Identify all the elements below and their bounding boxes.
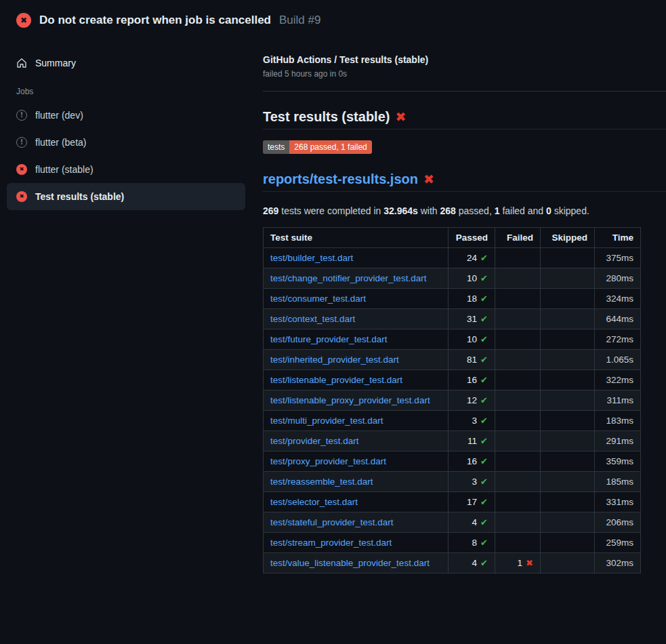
failed-cell: [495, 411, 541, 431]
col-header-test-suite: Test suite: [264, 228, 449, 248]
time-cell: 1.065s: [595, 350, 641, 370]
skipped-cell: [541, 390, 595, 411]
skipped-cell: [541, 309, 595, 329]
check-icon: ✔: [480, 416, 488, 426]
suite-link[interactable]: test/value_listenable_provider_test.dart: [270, 558, 430, 568]
results-table: Test suite Passed Failed Skipped Time te…: [263, 227, 641, 573]
failed-cell: [495, 268, 541, 289]
failed-cell: [495, 248, 541, 268]
table-row: test/listenable_provider_test.dart 16✔ 3…: [264, 370, 641, 390]
suite-link[interactable]: test/multi_provider_test.dart: [270, 416, 383, 426]
time-cell: 272ms: [595, 329, 641, 350]
suite-link[interactable]: test/inherited_provider_test.dart: [270, 355, 399, 365]
summary-line: 269 tests were completed in 32.964s with…: [263, 205, 666, 216]
passed-cell: 31✔: [449, 309, 495, 329]
check-icon: ✔: [480, 497, 488, 507]
skipped-cell: [541, 451, 595, 472]
home-icon: [16, 58, 27, 68]
passed-cell: 10✔: [449, 268, 495, 289]
time-cell: 331ms: [595, 492, 641, 512]
skipped-cell: [541, 411, 595, 431]
tests-badge: tests 268 passed, 1 failed: [263, 140, 372, 154]
suite-link[interactable]: test/listenable_proxy_provider_test.dart: [270, 395, 430, 405]
section-title: Test results (stable)✖: [263, 109, 666, 129]
check-icon: ✔: [480, 517, 488, 527]
check-icon: ✔: [480, 273, 488, 283]
time-cell: 375ms: [595, 248, 641, 268]
check-icon: ✔: [480, 294, 488, 304]
suite-cell: test/inherited_provider_test.dart: [264, 350, 449, 370]
passed-cell: 17✔: [449, 492, 495, 512]
suite-link[interactable]: test/stream_provider_test.dart: [270, 538, 392, 548]
skipped-cell: [541, 492, 595, 512]
failed-cell: [495, 512, 541, 533]
check-icon: ✔: [480, 395, 488, 405]
suite-cell: test/proxy_provider_test.dart: [264, 451, 449, 472]
cross-icon: ✖: [526, 558, 533, 568]
time-cell: 302ms: [595, 553, 641, 573]
failed-cell: [495, 309, 541, 329]
job-label: Test results (stable): [35, 191, 124, 202]
suite-link[interactable]: test/consumer_test.dart: [270, 294, 366, 304]
suite-cell: test/listenable_proxy_provider_test.dart: [264, 390, 449, 411]
passed-cell: 8✔: [449, 533, 495, 553]
suite-cell: test/value_listenable_provider_test.dart: [264, 553, 449, 573]
failed-cell: [495, 533, 541, 553]
passed-cell: 11✔: [449, 431, 495, 451]
run-build-number: Build #9: [279, 14, 320, 27]
jobs-section-label: Jobs: [7, 87, 245, 96]
failed-cell: [495, 492, 541, 512]
skipped-cell: [541, 370, 595, 390]
check-icon: ✔: [480, 253, 488, 263]
job-label: flutter (stable): [35, 164, 93, 175]
passed-cell: 3✔: [449, 411, 495, 431]
sidebar-job-item[interactable]: ! flutter (dev): [7, 102, 245, 129]
suite-link[interactable]: test/context_test.dart: [270, 314, 355, 324]
suite-link[interactable]: test/change_notifier_provider_test.dart: [270, 273, 426, 283]
table-row: test/stream_provider_test.dart 8✔ 259ms: [264, 533, 641, 553]
suite-cell: test/listenable_provider_test.dart: [264, 370, 449, 390]
skipped-cell: [541, 268, 595, 289]
x-circle-icon: ✖: [16, 164, 27, 175]
time-cell: 206ms: [595, 512, 641, 533]
check-icon: ✔: [480, 375, 488, 385]
suite-cell: test/stream_provider_test.dart: [264, 533, 449, 553]
passed-cell: 12✔: [449, 390, 495, 411]
failed-cell: [495, 350, 541, 370]
table-row: test/listenable_proxy_provider_test.dart…: [264, 390, 641, 411]
x-circle-icon: ✖: [16, 191, 27, 202]
table-row: test/builder_test.dart 24✔ 375ms: [264, 248, 641, 268]
table-row: test/stateful_provider_test.dart 4✔ 206m…: [264, 512, 641, 533]
time-cell: 183ms: [595, 411, 641, 431]
sidebar-item-summary[interactable]: Summary: [7, 54, 245, 72]
jobs-list: ! flutter (dev) ! flutter (beta) ✖ flutt…: [7, 102, 245, 210]
table-row: test/context_test.dart 31✔ 644ms: [264, 309, 641, 329]
x-circle-icon: ✖: [16, 13, 31, 28]
suite-cell: test/future_provider_test.dart: [264, 329, 449, 350]
time-cell: 359ms: [595, 451, 641, 472]
report-title: reports/test-results.json✖: [263, 172, 666, 192]
suite-link[interactable]: test/selector_test.dart: [270, 497, 358, 507]
job-label: flutter (beta): [35, 137, 86, 148]
cancelled-icon: !: [16, 110, 27, 121]
sidebar: Summary Jobs ! flutter (dev) ! flutter (…: [0, 38, 252, 210]
suite-link[interactable]: test/provider_test.dart: [270, 436, 359, 446]
suite-link[interactable]: test/proxy_provider_test.dart: [270, 456, 386, 466]
sidebar-job-item[interactable]: ✖ Test results (stable): [7, 183, 245, 210]
divider: [263, 91, 666, 92]
skipped-cell: [541, 329, 595, 350]
sidebar-job-item[interactable]: ✖ flutter (stable): [7, 156, 245, 183]
suite-cell: test/consumer_test.dart: [264, 289, 449, 309]
report-link[interactable]: reports/test-results.json: [263, 172, 418, 186]
time-cell: 259ms: [595, 533, 641, 553]
table-header-row: Test suite Passed Failed Skipped Time: [264, 228, 641, 248]
check-icon: ✔: [480, 477, 488, 487]
table-row: test/provider_test.dart 11✔ 291ms: [264, 431, 641, 451]
sidebar-job-item[interactable]: ! flutter (beta): [7, 129, 245, 156]
table-row: test/inherited_provider_test.dart 81✔ 1.…: [264, 350, 641, 370]
suite-link[interactable]: test/listenable_provider_test.dart: [270, 375, 402, 385]
suite-link[interactable]: test/reassemble_test.dart: [270, 477, 373, 487]
suite-link[interactable]: test/future_provider_test.dart: [270, 334, 388, 344]
suite-link[interactable]: test/stateful_provider_test.dart: [270, 517, 394, 527]
suite-link[interactable]: test/builder_test.dart: [270, 253, 353, 263]
